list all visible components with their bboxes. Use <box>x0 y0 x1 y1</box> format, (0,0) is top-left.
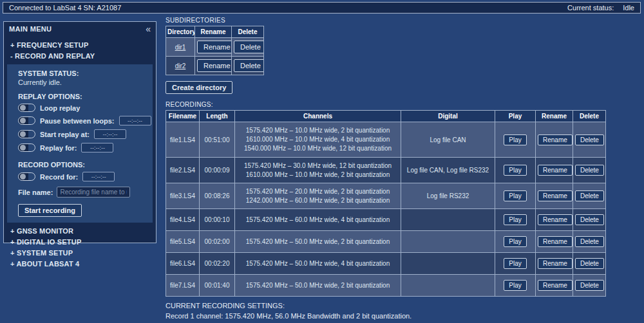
recording-length: 00:02:00 <box>200 231 235 253</box>
recording-length: 00:00:10 <box>200 209 235 231</box>
delete-button[interactable]: Delete <box>575 214 604 225</box>
current-status-label: Current status: <box>567 4 614 12</box>
rename-button[interactable]: Rename <box>538 236 573 247</box>
subdirectories-header-row: Directory Rename Delete <box>166 26 264 38</box>
table-row: dir1 Rename Delete <box>166 38 264 57</box>
replay-for-label: Replay for: <box>40 144 77 152</box>
delete-button[interactable]: Delete <box>575 258 604 269</box>
column-header-rename: Rename <box>536 111 573 122</box>
play-button[interactable]: Play <box>504 258 526 269</box>
rename-button[interactable]: Rename <box>538 258 573 269</box>
rename-button[interactable]: Rename <box>538 165 573 176</box>
recording-filename: file1.LS4 <box>166 122 200 158</box>
delete-button[interactable]: Delete <box>575 165 604 176</box>
table-row: dir2 Rename Delete <box>166 57 264 75</box>
column-header-delete: Delete <box>573 111 606 122</box>
play-button[interactable]: Play <box>504 190 526 201</box>
table-row: file3.LS4 00:08:26 1575.420 MHz – 20.0 M… <box>166 183 606 209</box>
subdirectories-label: SUBDIRECTORIES <box>166 17 616 24</box>
column-header-play: Play <box>495 111 536 122</box>
loop-replay-label: Loop replay <box>40 104 80 112</box>
subdirectories-table: Directory Rename Delete dir1 Rename Dele… <box>166 26 264 75</box>
recording-filename: file2.LS4 <box>166 158 200 183</box>
directory-link[interactable]: dir2 <box>175 62 186 69</box>
rename-directory-button[interactable]: Rename <box>197 41 232 53</box>
play-button[interactable]: Play <box>504 134 526 145</box>
recording-channels: 1575.420 MHz – 50.0 MHz wide, 2 bit quan… <box>235 275 401 297</box>
rename-button[interactable]: Rename <box>538 214 573 225</box>
recording-filename: file5.LS4 <box>166 231 200 253</box>
table-row: file1.LS4 00:51:00 1575.420 MHz – 10.0 M… <box>166 122 606 158</box>
pause-between-loops-input[interactable] <box>119 116 151 125</box>
play-button[interactable]: Play <box>504 214 526 225</box>
recording-channels: 1575.420 MHz – 20.0 MHz wide, 2 bit quan… <box>235 183 401 209</box>
play-button[interactable]: Play <box>504 236 526 247</box>
sidebar-item-record-and-replay[interactable]: - RECORD AND REPLAY <box>4 51 156 62</box>
loop-replay-toggle[interactable] <box>18 104 35 112</box>
recording-filename: file7.LS4 <box>166 275 200 297</box>
pause-between-loops-toggle[interactable] <box>18 116 35 125</box>
recordings-table: Filename Length Channels Digital Play Re… <box>166 110 606 297</box>
play-button[interactable]: Play <box>504 280 526 291</box>
recording-digital: Log file RS232 <box>401 183 495 209</box>
main-menu-title: MAIN MENU <box>9 25 52 33</box>
recording-channels: 1575.420 MHz – 30.0 MHz wide, 12 bit qua… <box>235 158 401 183</box>
recording-digital <box>401 253 495 275</box>
recording-length: 00:01:40 <box>200 275 235 297</box>
recording-length: 00:51:00 <box>200 122 235 158</box>
collapse-sidebar-icon[interactable]: « <box>146 26 151 32</box>
start-replay-at-toggle[interactable] <box>18 130 35 138</box>
recording-filename: file3.LS4 <box>166 183 200 209</box>
recording-digital <box>401 231 495 253</box>
recording-channels: 1575.420 MHz – 50.0 MHz wide, 2 bit quan… <box>235 231 401 253</box>
recording-channels: 1575.420 MHz – 50.0 MHz wide, 4 bit quan… <box>235 253 401 275</box>
column-header-directory: Directory <box>166 26 195 38</box>
create-directory-button[interactable]: Create directory <box>166 81 232 94</box>
sidebar-item-digital-io-setup[interactable]: + DIGITAL IO SETUP <box>4 237 156 248</box>
file-name-label: File name: <box>18 189 53 196</box>
main-menu-panel: MAIN MENU « + FREQUENCY SETUP - RECORD A… <box>3 21 156 243</box>
rename-button[interactable]: Rename <box>538 280 573 291</box>
table-row: file4.LS4 00:00:10 1575.420 MHz – 60.0 M… <box>166 209 606 231</box>
column-header-digital: Digital <box>401 111 495 122</box>
table-row: file5.LS4 00:02:00 1575.420 MHz – 50.0 M… <box>166 231 606 253</box>
sidebar-item-about-labsat[interactable]: + ABOUT LABSAT 4 <box>4 259 156 270</box>
sidebar-item-frequency-setup[interactable]: + FREQUENCY SETUP <box>4 40 156 51</box>
record-for-toggle[interactable] <box>18 172 35 181</box>
play-button[interactable]: Play <box>504 165 526 176</box>
sidebar-item-system-setup[interactable]: + SYSTEM SETUP <box>4 248 156 259</box>
recording-settings-line1: Record 1 channel: 1575.420 MHz, 56.0 MHz… <box>166 311 616 321</box>
main-menu-header: MAIN MENU « <box>4 22 156 34</box>
top-status-bar: Connected to LabSat 4 SN: A21087 Current… <box>3 2 641 14</box>
delete-directory-button[interactable]: Delete <box>234 41 264 53</box>
current-recording-settings: CURRENT RECORDING SETTINGS: Record 1 cha… <box>166 301 616 323</box>
record-for-input[interactable] <box>82 172 115 181</box>
recording-channels: 1575.420 MHz – 10.0 MHz wide, 2 bit quan… <box>235 122 401 158</box>
replay-for-input[interactable] <box>81 143 113 152</box>
connection-status-text: Connected to LabSat 4 SN: A21087 <box>9 4 121 12</box>
start-recording-button[interactable]: Start recording <box>18 204 82 217</box>
recording-digital: Log file CAN, Log file RS232 <box>401 158 495 183</box>
record-replay-submenu: SYSTEM STATUS: Currently idle. REPLAY OP… <box>7 64 153 223</box>
file-name-input[interactable] <box>57 187 130 198</box>
delete-button[interactable]: Delete <box>575 134 604 145</box>
recording-digital: Log file CAN <box>401 122 495 158</box>
rename-button[interactable]: Rename <box>538 134 573 145</box>
recording-length: 00:00:09 <box>200 158 235 183</box>
directory-link[interactable]: dir1 <box>175 44 186 51</box>
recording-settings-title: CURRENT RECORDING SETTINGS: <box>166 301 616 311</box>
record-for-label: Record for: <box>40 173 78 181</box>
replay-for-toggle[interactable] <box>18 143 35 152</box>
start-replay-at-input[interactable] <box>94 129 126 139</box>
start-replay-at-label: Start replay at: <box>40 131 90 138</box>
recording-digital <box>401 209 495 231</box>
delete-button[interactable]: Delete <box>575 236 604 247</box>
delete-directory-button[interactable]: Delete <box>234 59 264 72</box>
sidebar-item-gnss-monitor[interactable]: + GNSS MONITOR <box>4 226 156 237</box>
rename-directory-button[interactable]: Rename <box>197 59 232 72</box>
recording-digital <box>401 275 495 297</box>
recordings-label: RECORDINGS: <box>166 101 616 108</box>
rename-button[interactable]: Rename <box>538 190 573 201</box>
delete-button[interactable]: Delete <box>575 280 604 291</box>
delete-button[interactable]: Delete <box>575 190 604 201</box>
